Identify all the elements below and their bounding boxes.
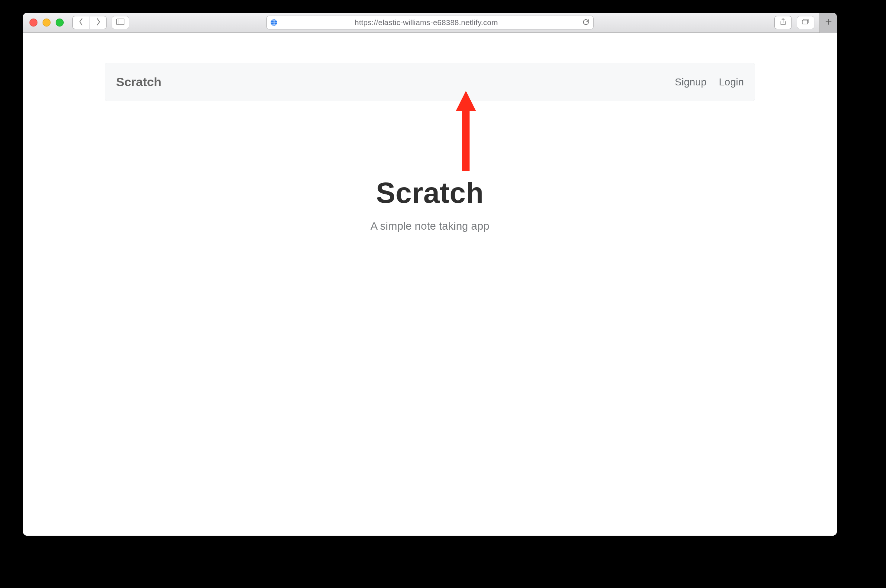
- address-bar[interactable]: https://elastic-williams-e68388.netlify.…: [266, 16, 594, 29]
- minimize-window-button[interactable]: [42, 18, 51, 27]
- nav-buttons: [72, 16, 107, 29]
- address-bar-text: https://elastic-williams-e68388.netlify.…: [270, 18, 582, 27]
- app-nav: Scratch Signup Login: [105, 63, 755, 101]
- login-link[interactable]: Login: [719, 76, 744, 88]
- annotation-arrow: [453, 91, 479, 172]
- stage: https://elastic-williams-e68388.netlify.…: [0, 0, 886, 588]
- page-content: Scratch Signup Login Scratch A simple no…: [23, 33, 837, 536]
- reload-button[interactable]: [582, 18, 590, 27]
- nav-links: Signup Login: [675, 76, 744, 88]
- reload-icon: [582, 20, 590, 27]
- safari-window: https://elastic-williams-e68388.netlify.…: [23, 13, 837, 536]
- svg-rect-0: [116, 19, 124, 25]
- hero: Scratch A simple note taking app: [23, 176, 837, 232]
- sidebar-icon: [116, 18, 124, 27]
- hero-subtitle: A simple note taking app: [23, 220, 837, 232]
- show-tabs-button[interactable]: [797, 16, 814, 29]
- traffic-lights: [30, 18, 64, 27]
- svg-rect-4: [802, 20, 808, 24]
- brand-title[interactable]: Scratch: [116, 75, 161, 89]
- chevron-right-icon: [96, 18, 101, 27]
- forward-button[interactable]: [90, 16, 107, 29]
- titlebar-right-controls: [774, 13, 832, 33]
- plus-icon: [825, 18, 832, 27]
- tabs-icon: [802, 18, 809, 27]
- svg-rect-6: [462, 111, 469, 171]
- close-window-button[interactable]: [30, 18, 38, 27]
- share-icon: [779, 18, 787, 27]
- share-button[interactable]: [774, 16, 792, 29]
- chevron-left-icon: [78, 18, 84, 27]
- svg-marker-5: [456, 91, 476, 111]
- new-tab-button[interactable]: [820, 13, 837, 33]
- signup-link[interactable]: Signup: [675, 76, 706, 88]
- titlebar: https://elastic-williams-e68388.netlify.…: [23, 13, 837, 33]
- maximize-window-button[interactable]: [56, 18, 64, 27]
- hero-title: Scratch: [23, 176, 837, 210]
- sidebar-toggle-button[interactable]: [112, 16, 129, 29]
- back-button[interactable]: [72, 16, 89, 29]
